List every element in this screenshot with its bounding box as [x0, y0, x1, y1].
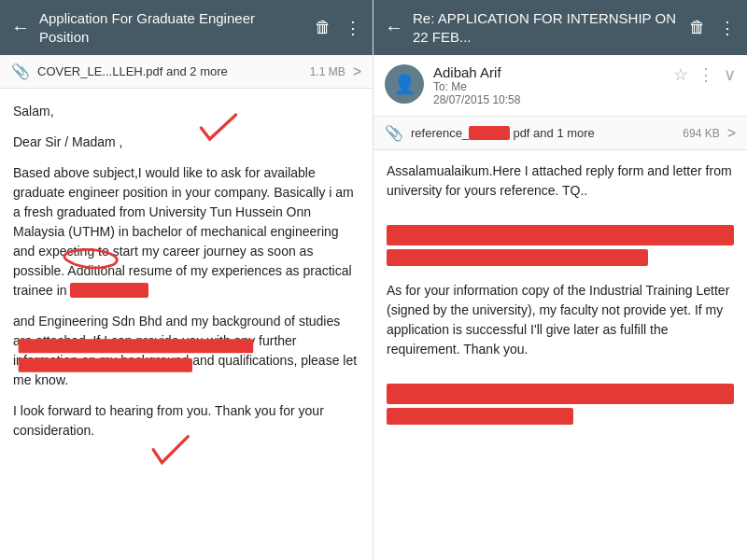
left-greeting: Salam,: [13, 102, 359, 121]
right-email-body: Assalamualaikum.Here I attached reply fo…: [374, 150, 747, 560]
redaction-inline-1: [70, 283, 148, 298]
right-attach-filename: reference_ pdf and 1 more: [411, 126, 675, 140]
left-email-title: Application For Graduate Engineer Positi…: [39, 9, 307, 46]
left-delete-icon[interactable]: 🗑: [315, 18, 331, 37]
left-paragraph1: Based above subject,I would like to ask …: [13, 163, 359, 301]
left-paragraph2: and Engineering Sdn Bhd and my backgroun…: [13, 312, 359, 390]
right-email-title: Re: APPLICATION FOR INTERNSHIP ON 22 FEB…: [413, 9, 682, 46]
right-attach-icon: 📎: [385, 124, 403, 142]
sender-actions: ☆ ⋮ ∨: [673, 64, 736, 85]
expand-icon[interactable]: ∨: [724, 64, 736, 85]
star-icon[interactable]: ☆: [673, 64, 688, 85]
right-header: ← Re: APPLICATION FOR INTERNSHIP ON 22 F…: [374, 0, 747, 55]
left-attachment-bar[interactable]: 📎 COVER_LE...LLEH.pdf and 2 more 1.1 MB …: [0, 55, 373, 89]
right-back-button[interactable]: ←: [385, 17, 403, 38]
sender-info: Adibah Arif To: Me 28/07/2015 10:58: [433, 64, 664, 106]
left-header: ← Application For Graduate Engineer Posi…: [0, 0, 373, 55]
left-paragraph3: I look forward to hearing from you. Than…: [13, 401, 359, 441]
redaction-bar-2: [387, 249, 648, 266]
left-email-panel: ← Application For Graduate Engineer Posi…: [0, 0, 374, 560]
left-salutation: Dear Sir / Madam ,: [13, 133, 359, 152]
redaction-bar-1: [387, 225, 734, 245]
redaction-bar-4: [387, 408, 573, 425]
right-more-icon[interactable]: ⋮: [719, 18, 736, 38]
right-attach-arrow: >: [727, 125, 736, 142]
redaction-bar-3: [387, 384, 734, 404]
left-attach-arrow: >: [353, 63, 361, 80]
sender-to-label: To: Me: [433, 80, 664, 93]
sender-avatar: 👤: [385, 64, 424, 104]
right-body-text-1: Assalamualaikum.Here I attached reply fo…: [374, 150, 747, 221]
sender-date: 28/07/2015 10:58: [433, 93, 664, 106]
left-more-icon[interactable]: ⋮: [345, 18, 361, 38]
sender-block: 👤 Adibah Arif To: Me 28/07/2015 10:58 ☆ …: [374, 55, 747, 117]
right-email-panel: ← Re: APPLICATION FOR INTERNSHIP ON 22 F…: [374, 0, 747, 560]
sender-name: Adibah Arif: [433, 64, 664, 80]
right-paragraph1: Assalamualaikum.Here I attached reply fo…: [387, 161, 734, 201]
left-attach-size: 1.1 MB: [310, 65, 345, 78]
left-attach-icon: 📎: [11, 63, 30, 80]
left-attach-filename: COVER_LE...LLEH.pdf and 2 more: [37, 64, 303, 78]
right-attachment-bar[interactable]: 📎 reference_ pdf and 1 more 694 KB >: [374, 117, 747, 150]
right-body-text-2: As for your information copy of the Indu…: [374, 270, 747, 380]
avatar-icon: 👤: [393, 73, 416, 95]
left-header-actions: 🗑 ⋮: [315, 18, 361, 38]
right-paragraph2: As for your information copy of the Indu…: [387, 281, 734, 359]
right-header-actions: 🗑 ⋮: [689, 18, 736, 38]
right-attach-size: 694 KB: [683, 127, 719, 140]
left-back-button[interactable]: ←: [11, 17, 30, 38]
right-delete-icon[interactable]: 🗑: [689, 18, 706, 37]
sender-more-icon[interactable]: ⋮: [698, 64, 714, 85]
left-email-body: Salam, Dear Sir / Madam , Based above su…: [0, 89, 373, 560]
